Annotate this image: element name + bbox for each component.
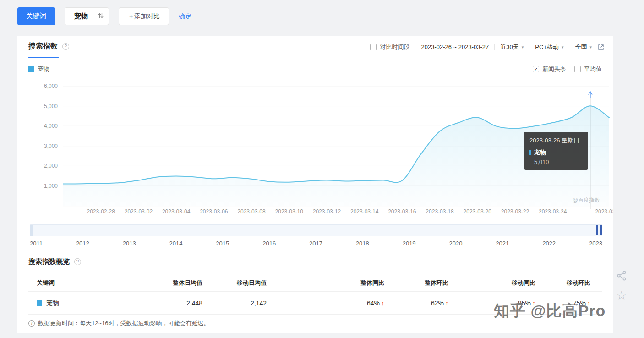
svg-text:2023-03-22: 2023-03-22 <box>501 208 529 215</box>
keyword-button[interactable]: 关键词 <box>17 7 55 25</box>
device-filter-dropdown[interactable]: PC+移动 ▾ <box>535 43 563 51</box>
header-mobile-qoq: 移动环比 <box>535 279 590 287</box>
add-compare-button[interactable]: ＋添加对比 <box>119 7 169 25</box>
compare-period-label: 对比时间段 <box>380 43 409 51</box>
share-icon[interactable] <box>616 270 627 283</box>
cell-mobile-daily-avg: 2,142 <box>202 300 267 307</box>
timeline-year-label: 2015 <box>216 240 229 247</box>
confirm-link[interactable]: 确定 <box>179 12 191 21</box>
time-filter-dropdown[interactable]: 近30天 ▾ <box>500 43 524 51</box>
legend-label: 宠物 <box>38 65 49 73</box>
cell-overall-yoy: 64%↑ <box>267 300 384 307</box>
series-swatch <box>37 300 42 306</box>
tooltip-date: 2023-03-26 星期日 <box>529 136 583 145</box>
timeline-year-labels: 2011201220132014201520162017201820192020… <box>30 240 602 247</box>
search-index-card: 搜索指数 ? 对比时间段 2023-02-26 ~ 2023-03-27 近30… <box>17 36 613 333</box>
divider <box>569 44 569 50</box>
svg-text:4,000: 4,000 <box>44 123 58 129</box>
svg-text:2,000: 2,000 <box>44 163 58 169</box>
timeline-slider: 2011201220132014201520162017201820192020… <box>30 224 602 247</box>
chevron-down-icon: ▾ <box>589 45 592 49</box>
chevron-down-icon: ▾ <box>562 45 564 49</box>
trend-chart[interactable]: 1,0002,0003,0004,0005,0006,0002023-02-28… <box>17 79 613 219</box>
timeline-range-start-handle[interactable] <box>596 225 598 235</box>
news-headlines-checkbox[interactable]: ✓ 新闻头条 <box>533 65 566 73</box>
timeline-year-label: 2022 <box>542 240 556 247</box>
timeline-track[interactable] <box>30 224 602 236</box>
svg-text:5,000: 5,000 <box>44 103 58 109</box>
tab-active-underline <box>28 57 59 58</box>
info-icon: i <box>28 320 35 327</box>
trend-up-icon: ↑ <box>445 300 448 307</box>
svg-text:2023-03-02: 2023-03-02 <box>125 208 153 215</box>
svg-text:2023-02-28: 2023-02-28 <box>87 208 115 215</box>
region-filter-dropdown[interactable]: 全国 ▾ <box>575 43 592 51</box>
keyword-input[interactable]: 宠物 <box>65 7 109 25</box>
header-keyword: 关键词 <box>28 279 157 287</box>
chart-tooltip: 2023-03-26 星期日 宠物 5,010 <box>524 132 588 170</box>
timeline-left-handle[interactable] <box>30 225 33 236</box>
timeline-year-label: 2020 <box>449 240 463 247</box>
svg-text:6,000: 6,000 <box>44 83 58 89</box>
keyword-text: 宠物 <box>46 299 59 307</box>
timeline-year-label: 2014 <box>169 240 183 247</box>
timeline-year-label: 2019 <box>403 240 416 247</box>
timeline-year-label: 2023 <box>589 240 602 247</box>
chevron-down-icon: ▾ <box>522 45 524 49</box>
average-label: 平均值 <box>584 65 602 73</box>
star-icon[interactable]: ☆ <box>616 289 627 301</box>
checkbox-checked-icon: ✓ <box>533 66 539 72</box>
timeline-year-label: 2012 <box>76 240 89 247</box>
news-headlines-label: 新闻头条 <box>542 65 566 73</box>
svg-text:2023-03-20: 2023-03-20 <box>464 208 492 215</box>
svg-text:2023-03-06: 2023-03-06 <box>200 208 228 215</box>
help-icon[interactable]: ? <box>74 258 81 265</box>
overview-title: 搜索指数概览 <box>28 257 70 266</box>
region-filter-value: 全国 <box>575 43 587 51</box>
divider <box>529 44 529 50</box>
svg-text:2023-03-24: 2023-03-24 <box>539 208 567 215</box>
help-icon[interactable]: ? <box>62 43 69 50</box>
timeline-range-end-handle[interactable] <box>600 225 602 235</box>
timeline-year-label: 2017 <box>309 240 322 247</box>
cell-keyword: 宠物 <box>28 299 157 307</box>
header-overall-yoy: 整体同比 <box>267 279 384 287</box>
svg-text:3,000: 3,000 <box>44 143 58 149</box>
card-header: 搜索指数 ? 对比时间段 2023-02-26 ~ 2023-03-27 近30… <box>17 36 613 58</box>
watermark: 知乎 @比高Pro <box>494 300 606 322</box>
timeline-year-label: 2021 <box>496 240 509 247</box>
svg-text:2023-03-18: 2023-03-18 <box>426 208 454 215</box>
date-range[interactable]: 2023-02-26 ~ 2023-03-27 <box>421 44 489 50</box>
header-overall-qoq: 整体环比 <box>384 279 448 287</box>
legend-swatch <box>28 66 34 72</box>
header-mobile-yoy: 移动同比 <box>448 279 535 287</box>
top-toolbar: 关键词 宠物 ＋添加对比 确定 <box>17 7 191 25</box>
device-filter-value: PC+移动 <box>535 43 559 51</box>
cell-overall-daily-avg: 2,448 <box>157 300 202 307</box>
keyword-value: 宠物 <box>74 12 88 21</box>
tooltip-keyword: 宠物 <box>534 148 546 157</box>
legend-row: 宠物 ✓ 新闻头条 平均值 <box>28 65 602 73</box>
timeline-year-label: 2011 <box>30 240 43 247</box>
external-link-icon[interactable] <box>597 44 605 51</box>
timeline-year-label: 2013 <box>123 240 136 247</box>
tooltip-series-swatch <box>529 150 531 155</box>
legend-item[interactable]: 宠物 <box>28 65 49 73</box>
tooltip-value: 5,010 <box>534 158 583 165</box>
average-checkbox[interactable]: 平均值 <box>574 65 602 73</box>
update-note-text: 数据更新时间：每天12~16时，受数据波动影响，可能会有延迟。 <box>38 319 210 327</box>
table-header-row: 关键词 整体日均值 移动日均值 整体同比 整体环比 移动同比 移动环比 <box>28 274 602 292</box>
svg-text:1,000: 1,000 <box>44 183 58 189</box>
compare-period-checkbox[interactable]: 对比时间段 <box>370 43 409 51</box>
sort-arrows-icon[interactable] <box>98 12 104 21</box>
checkbox-unchecked-icon <box>574 66 581 72</box>
floating-action-rail: ☆ <box>616 270 627 301</box>
svg-text:2023-03-16: 2023-03-16 <box>388 208 416 215</box>
header-mobile-daily-avg: 移动日均值 <box>202 279 267 287</box>
svg-text:2023-03-04: 2023-03-04 <box>162 208 191 215</box>
divider <box>494 44 495 50</box>
trend-up-icon: ↑ <box>381 300 384 307</box>
svg-text:2023-03-12: 2023-03-12 <box>313 208 341 215</box>
tab-search-index[interactable]: 搜索指数 <box>28 42 58 51</box>
time-filter-value: 近30天 <box>500 43 518 51</box>
